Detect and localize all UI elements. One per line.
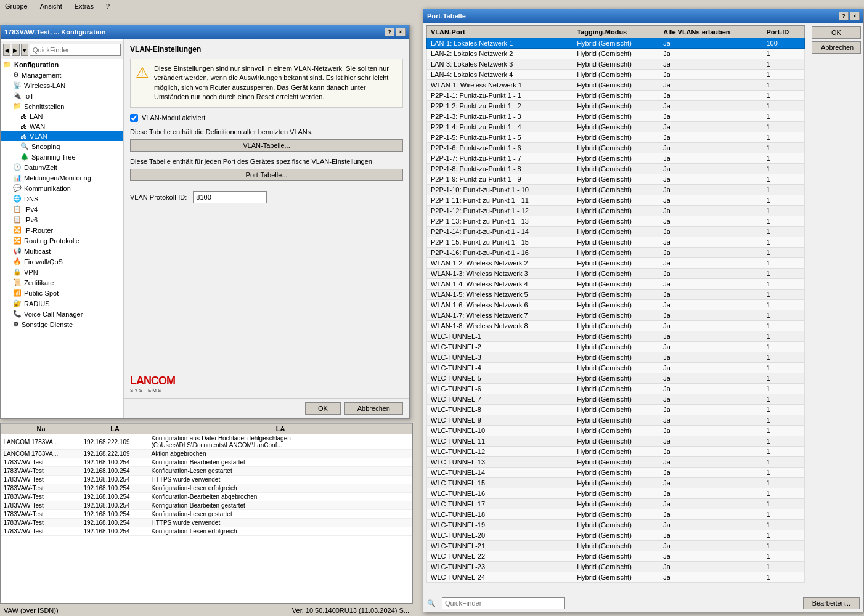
port-table-row[interactable]: P2P-1-13: Punkt-zu-Punkt 1 - 13 Hybrid (… — [427, 216, 805, 227]
vlan-table-button[interactable]: VLAN-Tabelle... — [130, 139, 403, 152]
cancel-button[interactable]: Abbrechen — [344, 402, 403, 415]
port-table-button[interactable]: Port-Tabelle... — [130, 169, 403, 181]
sidebar-item-schnittstellen[interactable]: 📁 Schnittstellen — [1, 101, 123, 111]
port-table-row[interactable]: WLAN-1-2: Wireless Netzwerk 2 Hybrid (Ge… — [427, 258, 805, 269]
port-table-row[interactable]: WLAN-1-6: Wireless Netzwerk 6 Hybrid (Ge… — [427, 300, 805, 310]
close-button[interactable]: × — [396, 28, 406, 36]
sidebar-item-vlan[interactable]: 🖧 VLAN — [1, 131, 123, 141]
port-table-row[interactable]: WLC-TUNNEL-16 Hybrid (Gemischt) Ja 1 — [427, 488, 805, 499]
nav-dropdown[interactable]: ▼ — [21, 44, 28, 56]
port-table-row[interactable]: WLAN-1-5: Wireless Netzwerk 5 Hybrid (Ge… — [427, 290, 805, 300]
sidebar-item-zertifikate[interactable]: 📜 Zertifikate — [1, 277, 123, 288]
port-table-row[interactable]: WLAN-1: Wireless Netzwerk 1 Hybrid (Gemi… — [427, 80, 805, 91]
port-help-button[interactable]: ? — [839, 12, 849, 20]
sidebar-item-management[interactable]: ⚙ Management — [1, 70, 123, 80]
port-table-row[interactable]: WLC-TUNNEL-19 Hybrid (Gemischt) Ja 1 — [427, 520, 805, 530]
sidebar-item-dns[interactable]: 🌐 DNS — [1, 193, 123, 204]
port-table-row[interactable]: WLC-TUNNEL-13 Hybrid (Gemischt) Ja 1 — [427, 457, 805, 468]
port-table-row[interactable]: WLC-TUNNEL-17 Hybrid (Gemischt) Ja 1 — [427, 499, 805, 509]
sidebar-item-meldungen[interactable]: 📊 Meldungen/Monitoring — [1, 172, 123, 183]
port-table-row[interactable]: WLC-TUNNEL-18 Hybrid (Gemischt) Ja 1 — [427, 509, 805, 520]
port-table-row[interactable]: WLC-TUNNEL-14 Hybrid (Gemischt) Ja 1 — [427, 468, 805, 478]
port-table-row[interactable]: P2P-1-7: Punkt-zu-Punkt 1 - 7 Hybrid (Ge… — [427, 153, 805, 164]
sidebar-item-radius[interactable]: 🔐 RADIUS — [1, 298, 123, 309]
sidebar-quickfinder[interactable] — [30, 44, 121, 56]
port-table-row[interactable]: WLC-TUNNEL-5 Hybrid (Gemischt) Ja 1 — [427, 373, 805, 384]
sidebar-item-ip-router[interactable]: 🔀 IP-Router — [1, 225, 123, 235]
port-table-row[interactable]: LAN-4: Lokales Netzwerk 4 Hybrid (Gemisc… — [427, 70, 805, 80]
help-button[interactable]: ? — [385, 28, 394, 36]
protocol-input[interactable] — [193, 191, 267, 203]
sidebar-item-lan[interactable]: 🖧 LAN — [1, 111, 123, 121]
port-table-row[interactable]: P2P-1-14: Punkt-zu-Punkt 1 - 14 Hybrid (… — [427, 227, 805, 237]
port-table-row[interactable]: P2P-1-2: Punkt-zu-Punkt 1 - 2 Hybrid (Ge… — [427, 101, 805, 111]
port-table-row[interactable]: LAN-3: Lokales Netzwerk 3 Hybrid (Gemisc… — [427, 59, 805, 70]
port-table-row[interactable]: P2P-1-8: Punkt-zu-Punkt 1 - 8 Hybrid (Ge… — [427, 164, 805, 174]
port-table-row[interactable]: WLC-TUNNEL-9 Hybrid (Gemischt) Ja 1 — [427, 415, 805, 426]
port-table-row[interactable]: WLAN-1-4: Wireless Netzwerk 4 Hybrid (Ge… — [427, 279, 805, 290]
port-table-row[interactable]: P2P-1-4: Punkt-zu-Punkt 1 - 4 Hybrid (Ge… — [427, 122, 805, 132]
menu-help[interactable]: ? — [104, 2, 112, 10]
port-quickfinder[interactable] — [442, 597, 565, 609]
menu-extras[interactable]: Extras — [72, 2, 96, 10]
port-table-row[interactable]: WLC-TUNNEL-12 Hybrid (Gemischt) Ja 1 — [427, 447, 805, 457]
port-table-row[interactable]: WLC-TUNNEL-8 Hybrid (Gemischt) Ja 1 — [427, 405, 805, 415]
sidebar-item-firewall[interactable]: 🔥 Firewall/QoS — [1, 256, 123, 267]
port-ok-button[interactable]: OK — [812, 26, 861, 39]
port-table-row[interactable]: LAN-2: Lokales Netzwerk 2 Hybrid (Gemisc… — [427, 49, 805, 59]
menu-ansicht[interactable]: Ansicht — [38, 2, 65, 10]
port-table-row[interactable]: WLC-TUNNEL-10 Hybrid (Gemischt) Ja 1 — [427, 426, 805, 436]
port-table-row[interactable]: WLC-TUNNEL-15 Hybrid (Gemischt) Ja 1 — [427, 478, 805, 488]
sidebar-item-datum-zeit[interactable]: 🕐 Datum/Zeit — [1, 162, 123, 172]
port-table-row[interactable]: P2P-1-1: Punkt-zu-Punkt 1 - 1 Hybrid (Ge… — [427, 91, 805, 101]
port-table-row[interactable]: WLC-TUNNEL-2 Hybrid (Gemischt) Ja 1 — [427, 342, 805, 352]
port-table-row[interactable]: P2P-1-15: Punkt-zu-Punkt 1 - 15 Hybrid (… — [427, 237, 805, 248]
port-table-row[interactable]: WLAN-1-3: Wireless Netzwerk 3 Hybrid (Ge… — [427, 269, 805, 279]
sidebar-item-ipv6[interactable]: 📋 IPv6 — [1, 214, 123, 225]
sidebar-item-voice[interactable]: 📞 Voice Call Manager — [1, 309, 123, 319]
port-table-row[interactable]: P2P-1-11: Punkt-zu-Punkt 1 - 11 Hybrid (… — [427, 195, 805, 206]
port-table-row[interactable]: WLC-TUNNEL-20 Hybrid (Gemischt) Ja 1 — [427, 530, 805, 541]
sidebar-item-spanning-tree[interactable]: 🌲 Spanning Tree — [1, 152, 123, 162]
port-table-row[interactable]: P2P-1-5: Punkt-zu-Punkt 1 - 5 Hybrid (Ge… — [427, 132, 805, 143]
sidebar-item-iot[interactable]: 🔌 IoT — [1, 91, 123, 101]
port-table-row[interactable]: WLC-TUNNEL-4 Hybrid (Gemischt) Ja 1 — [427, 363, 805, 373]
vlan-module-checkbox[interactable] — [130, 114, 138, 122]
sidebar-item-kommunikation[interactable]: 💬 Kommunikation — [1, 183, 123, 193]
port-cancel-button[interactable]: Abbrechen — [812, 41, 861, 54]
port-table-row[interactable]: P2P-1-16: Punkt-zu-Punkt 1 - 16 Hybrid (… — [427, 248, 805, 258]
sidebar-item-snooping[interactable]: 🔍 Snooping — [1, 141, 123, 152]
port-table-row[interactable]: P2P-1-12: Punkt-zu-Punkt 1 - 12 Hybrid (… — [427, 206, 805, 216]
port-table-row[interactable]: WLC-TUNNEL-22 Hybrid (Gemischt) Ja 1 — [427, 551, 805, 562]
port-table-row[interactable]: WLAN-1-8: Wireless Netzwerk 8 Hybrid (Ge… — [427, 321, 805, 331]
port-table-row[interactable]: P2P-1-9: Punkt-zu-Punkt 1 - 9 Hybrid (Ge… — [427, 174, 805, 185]
port-table-row[interactable]: WLC-TUNNEL-11 Hybrid (Gemischt) Ja 1 — [427, 436, 805, 447]
port-edit-button[interactable]: Bearbeiten... — [803, 597, 860, 609]
port-table-row[interactable]: P2P-1-6: Punkt-zu-Punkt 1 - 6 Hybrid (Ge… — [427, 143, 805, 153]
sidebar-item-ipv4[interactable]: 📋 IPv4 — [1, 204, 123, 214]
port-table-row[interactable]: WLAN-1-7: Wireless Netzwerk 7 Hybrid (Ge… — [427, 310, 805, 321]
port-table-row[interactable]: WLC-TUNNEL-24 Hybrid (Gemischt) Ja 1 — [427, 572, 805, 583]
nav-forward[interactable]: ▶ — [12, 44, 19, 56]
port-table-row[interactable]: WLC-TUNNEL-6 Hybrid (Gemischt) Ja 1 — [427, 384, 805, 394]
port-table-row[interactable]: WLC-TUNNEL-1 Hybrid (Gemischt) Ja 1 — [427, 331, 805, 342]
port-table-row[interactable]: LAN-1: Lokales Netzwerk 1 Hybrid (Gemisc… — [427, 38, 805, 49]
ok-button[interactable]: OK — [305, 402, 341, 415]
sidebar-item-konfiguration[interactable]: 📁 Konfiguration — [1, 59, 123, 70]
port-table-row[interactable]: WLC-TUNNEL-7 Hybrid (Gemischt) Ja 1 — [427, 394, 805, 405]
port-table-row[interactable]: WLC-TUNNEL-21 Hybrid (Gemischt) Ja 1 — [427, 541, 805, 551]
port-table-row[interactable]: P2P-1-3: Punkt-zu-Punkt 1 - 3 Hybrid (Ge… — [427, 111, 805, 122]
port-table-row[interactable]: WLC-TUNNEL-3 Hybrid (Gemischt) Ja 1 — [427, 352, 805, 363]
sidebar-item-public-spot[interactable]: 📶 Public-Spot — [1, 288, 123, 298]
menu-gruppe[interactable]: Gruppe — [2, 2, 30, 10]
port-table-row[interactable]: WLC-TUNNEL-23 Hybrid (Gemischt) Ja 1 — [427, 562, 805, 572]
sidebar-item-multicast[interactable]: 📢 Multicast — [1, 246, 123, 256]
port-close-button[interactable]: × — [850, 12, 860, 20]
sidebar-item-wan[interactable]: 🖧 WAN — [1, 121, 123, 131]
port-table-row[interactable]: P2P-1-10: Punkt-zu-Punkt 1 - 10 Hybrid (… — [427, 185, 805, 195]
sidebar-item-vpn[interactable]: 🔒 VPN — [1, 267, 123, 277]
sidebar-item-routing[interactable]: 🔀 Routing Protokolle — [1, 235, 123, 246]
nav-back[interactable]: ◀ — [3, 44, 10, 56]
sidebar-item-wireless-lan[interactable]: 📡 Wireless-LAN — [1, 80, 123, 91]
sidebar-item-sonstige[interactable]: ⚙ Sonstige Dienste — [1, 319, 123, 330]
